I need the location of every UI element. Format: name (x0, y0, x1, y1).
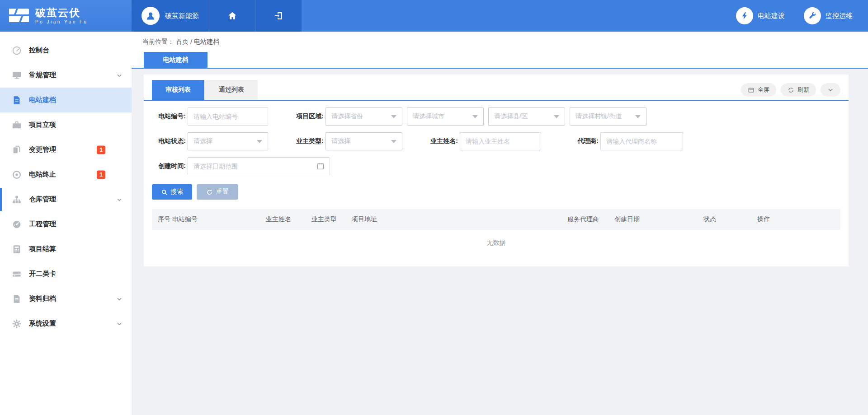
sidebar-item-data-archiving[interactable]: 资料归档 (0, 286, 132, 311)
header-modules: 电站建设 监控运维 (736, 0, 868, 32)
sidebar-item-label: 控制台 (29, 46, 49, 55)
county-select[interactable]: 请选择县/区 (488, 107, 565, 126)
breadcrumb-separator: / (190, 38, 192, 46)
column-header: 业主姓名 (266, 209, 311, 230)
town-placeholder: 请选择村镇/街道 (576, 112, 622, 121)
station-status-label: 电站状态: (152, 137, 186, 145)
sidebar-item-label: 资料归档 (29, 294, 56, 303)
caret-down-icon (635, 115, 641, 118)
sidebar-item-label: 工程管理 (29, 220, 56, 228)
calendar-icon (316, 162, 325, 170)
station-status-select[interactable]: 请选择 (188, 132, 268, 150)
sidebar-item-general-management[interactable]: 常规管理 (0, 63, 132, 88)
owner-type-select[interactable]: 请选择 (326, 132, 402, 150)
table-header-row: 序号 电站编号 业主姓名 业主类型 项目地址 服务代理商 创建日期 状态 操作 (152, 209, 840, 230)
sidebar-item-label: 常规管理 (29, 71, 56, 79)
sidebar-item-label: 系统设置 (29, 319, 56, 328)
date-range-picker[interactable] (188, 157, 330, 175)
sidebar-item-label: 项目立项 (29, 121, 56, 129)
sidebar-item-station-archive[interactable]: 电站建档 (0, 88, 132, 112)
sitemap-icon (12, 195, 22, 205)
sidebar-item-engineering-management[interactable]: 工程管理 (0, 212, 132, 237)
sign-in-icon (274, 11, 283, 21)
chevron-down-icon (116, 296, 123, 302)
sidebar-item-project-initiation[interactable]: 项目立项 (0, 112, 132, 137)
reset-button[interactable]: 重置 (197, 184, 238, 200)
search-button[interactable]: 搜索 (152, 184, 192, 200)
home-button[interactable] (209, 0, 255, 32)
calculator-icon (12, 244, 22, 254)
tab-passed-list[interactable]: 通过列表 (205, 80, 258, 100)
city-select[interactable]: 请选择城市 (407, 107, 484, 126)
station-code-input[interactable] (188, 107, 268, 126)
topbar: 当前位置： 首页 / 电站建档 电站建档 (132, 32, 868, 69)
wrench-icon (804, 7, 821, 24)
town-select[interactable]: 请选择村镇/街道 (570, 107, 646, 126)
tabs-bar: 审核列表 通过列表 全屏 (144, 75, 849, 101)
province-select[interactable]: 请选择省份 (326, 107, 402, 126)
chevron-down-icon (827, 87, 834, 93)
refresh-icon (788, 87, 794, 93)
sidebar-item-label: 开二类卡 (29, 270, 56, 278)
header-nav: 破茧新能源 (132, 0, 302, 32)
owner-type-placeholder: 请选择 (331, 137, 350, 145)
caret-down-icon (472, 115, 478, 118)
collapse-button[interactable] (821, 83, 840, 97)
empty-state-text: 无数据 (152, 230, 840, 256)
content: 审核列表 通过列表 全屏 (132, 69, 868, 266)
date-range-input[interactable] (188, 157, 330, 175)
column-header: 电站编号 (172, 209, 266, 230)
sidebar-item-project-settlement[interactable]: 项目结算 (0, 237, 132, 261)
column-header: 状态 (703, 209, 757, 230)
station-status-placeholder: 请选择 (193, 137, 212, 145)
toolbar: 全屏 刷新 (741, 83, 840, 97)
agent-input[interactable] (600, 132, 683, 150)
column-header: 业主类型 (311, 209, 352, 230)
breadcrumb: 当前位置： 首页 / 电站建档 (132, 32, 868, 52)
sidebar-item-label: 电站建档 (29, 96, 56, 104)
region-label: 项目区域: (290, 112, 324, 121)
app-header: 破茧云伏 Po Jian Yun Fu 破茧新能源 (0, 0, 868, 32)
reset-icon (206, 189, 213, 196)
chevron-down-icon (116, 321, 123, 327)
caret-down-icon (554, 115, 559, 118)
form-row-1: 电站编号: 项目区域: 请选择省份 请选择城市 请选择县/区 (152, 107, 840, 126)
module-station-construction[interactable]: 电站建设 (736, 7, 785, 24)
sidebar-item-station-termination[interactable]: 电站终止 1 (0, 162, 132, 187)
refresh-button[interactable]: 刷新 (781, 83, 816, 97)
column-header: 创建日期 (614, 209, 703, 230)
chevron-down-icon (116, 196, 123, 203)
search-label: 搜索 (171, 188, 184, 196)
notification-badge: 1 (97, 170, 105, 179)
search-icon (161, 189, 168, 196)
page-tab-station-archive[interactable]: 电站建档 (144, 52, 208, 68)
header-spacer (302, 0, 736, 32)
logout-button[interactable] (255, 0, 302, 32)
sidebar-item-open-type2-card[interactable]: 开二类卡 (0, 261, 132, 286)
dashboard-icon (12, 46, 22, 56)
sidebar-item-system-settings[interactable]: 系统设置 (0, 311, 132, 336)
breadcrumb-home-link[interactable]: 首页 (176, 38, 189, 46)
sidebar-item-label: 仓库管理 (29, 195, 56, 204)
owner-name-input[interactable] (460, 132, 541, 150)
home-icon (227, 11, 237, 21)
user-menu[interactable]: 破茧新能源 (132, 0, 209, 32)
card-icon (12, 269, 22, 279)
notification-badge: 1 (97, 145, 105, 154)
sidebar-item-warehouse-management[interactable]: 仓库管理 (0, 187, 132, 212)
tabs: 审核列表 通过列表 (152, 80, 258, 100)
fullscreen-button[interactable]: 全屏 (741, 83, 776, 97)
province-placeholder: 请选择省份 (331, 112, 363, 121)
sidebar-item-console[interactable]: 控制台 (0, 38, 132, 63)
owner-name-label: 业主姓名: (424, 137, 458, 145)
target-icon (12, 170, 22, 180)
module-label: 电站建设 (758, 12, 785, 20)
column-header: 项目地址 (352, 209, 567, 230)
form-row-3: 创建时间: (152, 157, 840, 175)
sidebar-item-change-management[interactable]: 变更管理 1 (0, 137, 132, 162)
sidebar-item-label: 电站终止 (29, 170, 56, 179)
chevron-down-icon (116, 72, 123, 79)
tab-review-list[interactable]: 审核列表 (152, 80, 204, 100)
module-monitoring-ops[interactable]: 监控运维 (804, 7, 853, 24)
create-time-label: 创建时间: (152, 162, 186, 170)
